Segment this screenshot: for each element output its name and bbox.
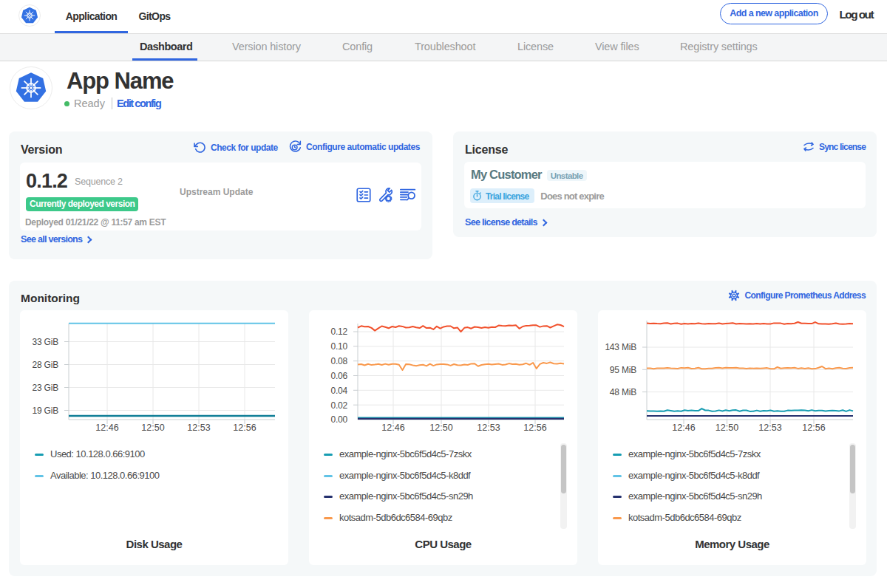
svg-text:0.00: 0.00 <box>330 414 347 425</box>
svg-text:0.02: 0.02 <box>330 400 347 411</box>
svg-text:12:50: 12:50 <box>716 423 738 433</box>
svg-text:12:56: 12:56 <box>802 423 825 433</box>
svg-text:0.06: 0.06 <box>330 371 347 381</box>
svg-text:33 GiB: 33 GiB <box>33 337 59 347</box>
svg-text:28 GiB: 28 GiB <box>33 360 59 370</box>
svg-text:12:46: 12:46 <box>95 423 118 433</box>
svg-text:12:56: 12:56 <box>233 423 256 433</box>
svg-text:0.04: 0.04 <box>330 386 347 396</box>
svg-text:12:53: 12:53 <box>187 423 210 433</box>
svg-text:12:53: 12:53 <box>758 423 781 433</box>
svg-text:12:46: 12:46 <box>672 423 695 433</box>
svg-text:19 GiB: 19 GiB <box>33 406 59 416</box>
svg-text:0.08: 0.08 <box>330 356 347 366</box>
svg-text:12:53: 12:53 <box>477 423 500 433</box>
svg-text:12:50: 12:50 <box>429 423 452 433</box>
svg-text:0.12: 0.12 <box>330 327 347 337</box>
svg-text:143 MiB: 143 MiB <box>605 342 636 352</box>
svg-text:48 MiB: 48 MiB <box>610 387 636 397</box>
svg-text:0.10: 0.10 <box>330 341 347 352</box>
svg-text:12:50: 12:50 <box>141 423 164 433</box>
svg-text:12:46: 12:46 <box>381 423 404 433</box>
svg-text:12:56: 12:56 <box>523 423 546 433</box>
svg-text:95 MiB: 95 MiB <box>610 365 636 375</box>
svg-text:23 GiB: 23 GiB <box>33 383 59 393</box>
